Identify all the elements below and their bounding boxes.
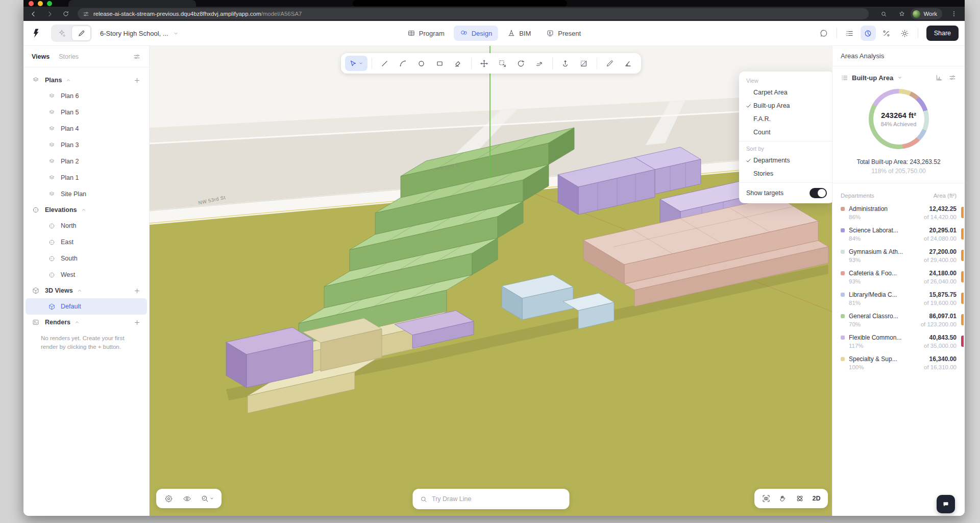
department-row[interactable]: Library/Media C...15,875.75 81%of 19,600… [832,288,965,309]
comments-icon[interactable] [816,26,831,41]
areas-analysis-icon[interactable] [861,26,876,41]
back-icon[interactable] [27,8,40,19]
divider [552,58,553,69]
zoom-options-icon[interactable] [196,491,218,506]
department-row[interactable]: Gymnasium & Ath...27,200.00 93%of 29,400… [832,245,965,266]
menu-item-carpet-area[interactable]: Carpet Area [739,86,834,99]
filter-icon[interactable] [133,53,141,61]
orbit-icon[interactable] [791,491,808,506]
site-settings-icon[interactable] [83,11,89,17]
outline-list-icon[interactable] [842,26,857,41]
settings-gear-icon[interactable] [159,491,178,506]
sidebar-item-east[interactable]: East [26,234,147,250]
angle-tool[interactable] [620,56,637,71]
rectangle-tool[interactable] [431,56,449,71]
tab-present[interactable]: Present [540,26,587,41]
department-row[interactable]: Science Laborat...20,295.01 84%of 24,080… [832,223,965,245]
browser-tab-active[interactable] [353,0,567,7]
department-row[interactable]: Cafeteria & Foo...24,180.00 93%of 26,040… [832,266,965,288]
project-title[interactable]: 6-Story High School, ... [100,30,179,37]
chevron-up-icon[interactable] [65,77,71,83]
chevron-up-icon[interactable] [77,288,83,294]
forward-icon[interactable] [43,8,56,19]
chevron-down-icon[interactable] [173,30,179,37]
sidebar-item-plan1[interactable]: Plan 1 [26,170,147,186]
section-3d-views[interactable]: 3D Views [23,283,149,298]
eraser-tool[interactable] [450,56,467,71]
sidebar-item-plan5[interactable]: Plan 5 [26,104,147,121]
edit-pencil-button[interactable] [71,26,91,41]
circle-tool[interactable] [413,56,430,71]
chat-launcher-button[interactable] [937,495,955,513]
bar-chart-icon[interactable] [935,74,943,82]
menu-item-count[interactable]: Count [739,126,834,139]
bookmark-star-icon[interactable] [895,8,909,19]
traffic-light-minimize[interactable] [38,1,43,6]
sidebar-item-south[interactable]: South [26,250,147,267]
sidebar-item-north[interactable]: North [26,218,147,234]
pan-hand-icon[interactable] [774,491,791,506]
flip-tool[interactable] [575,56,593,71]
panel-filter-icon[interactable] [948,74,957,82]
3d-model-canvas[interactable]: NW 53rd St NW 53rd St [150,46,832,516]
section-elevations[interactable]: Elevations [23,202,149,218]
menu-item-departments[interactable]: Departments [739,154,834,167]
chevron-down-icon[interactable] [897,75,903,81]
screenshot-camera-icon[interactable] [757,491,774,506]
department-row[interactable]: Administration12,432.25 86%of 14,420.00 [832,202,965,223]
copy-tool[interactable] [494,56,511,71]
line-tool[interactable] [376,56,394,71]
rotate-tool[interactable] [512,56,530,71]
traffic-light-zoom[interactable] [47,1,52,6]
push-pull-tool[interactable] [557,56,574,71]
browser-tab[interactable] [68,0,196,7]
add-plan-button[interactable] [133,77,141,84]
sidebar-item-siteplan[interactable]: Site Plan [26,186,147,202]
section-plans[interactable]: Plans [23,73,149,88]
menu-item-built-up-area[interactable]: Built-up Area [739,99,834,112]
sidebar-tab-views[interactable]: Views [32,53,50,60]
menu-item-far[interactable]: F.A.R. [739,112,834,126]
chevron-up-icon[interactable] [81,207,87,213]
sidebar-item-plan2[interactable]: Plan 2 [26,153,147,170]
department-row[interactable]: Specialty & Sup...16,340.00 100%of 16,31… [832,352,965,373]
sidebar-item-west[interactable]: West [26,267,147,283]
show-targets-toggle[interactable] [810,188,827,198]
command-search-bar[interactable] [412,489,569,509]
section-renders[interactable]: Renders [23,315,149,330]
tab-program[interactable]: Program [401,26,451,41]
menu-item-stories[interactable]: Stories [739,167,834,180]
url-bar[interactable]: release-ai-stack-stream-previous.dqu4bz8… [78,8,869,19]
visibility-eye-icon[interactable] [178,491,196,506]
zoom-page-icon[interactable] [877,8,890,19]
traffic-light-close[interactable] [29,1,34,6]
ai-sparkle-button[interactable] [52,26,71,41]
browser-profile-chip[interactable]: Work [911,8,942,19]
sidebar-item-plan6[interactable]: Plan 6 [26,88,147,104]
reload-icon[interactable] [59,8,72,19]
arc-tool[interactable] [395,56,412,71]
daylight-icon[interactable] [897,26,913,41]
sidebar-item-plan4[interactable]: Plan 4 [26,121,147,137]
command-search-input[interactable] [432,495,562,503]
share-button[interactable]: Share [926,26,959,41]
measure-tool[interactable] [601,56,619,71]
toggle-2d-button[interactable]: 2D [808,491,825,506]
sidebar-item-plan3[interactable]: Plan 3 [26,137,147,153]
chevron-up-icon[interactable] [74,319,80,325]
department-row[interactable]: Flexible Common...40,843.50 117%of 35,00… [832,330,965,352]
tab-bim[interactable]: BIM [501,26,537,41]
add-render-button[interactable] [133,319,141,326]
add-3d-view-button[interactable] [133,287,141,295]
tab-design[interactable]: Design [454,26,498,41]
metric-selector[interactable]: Built-up Area [852,74,893,82]
browser-menu-icon[interactable] [947,8,961,19]
move-tool[interactable] [476,56,493,71]
sidebar-tab-stories[interactable]: Stories [59,53,79,60]
offset-tool[interactable] [531,56,548,71]
sidebar-item-default-3d-view[interactable]: Default [26,298,147,315]
app-logo[interactable] [31,27,43,39]
department-row[interactable]: General Classro...86,097.01 70%of 123,20… [832,309,965,330]
graph-nodes-icon[interactable] [879,26,894,41]
select-tool[interactable] [345,56,368,71]
